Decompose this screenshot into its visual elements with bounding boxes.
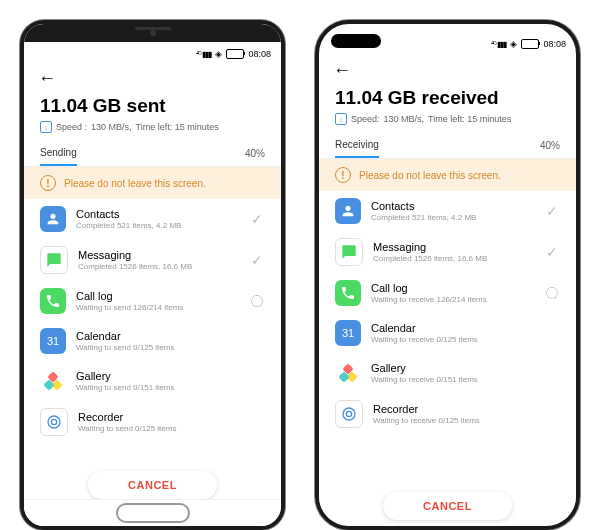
item-info: CalendarWaiting to receive 0/125 items (371, 322, 534, 344)
rec-icon (40, 408, 68, 436)
gallery-icon (40, 368, 66, 394)
header: 11.04 GB sent ↓ Speed : 130 MB/s, Time l… (24, 91, 281, 141)
item-name: Call log (371, 282, 534, 294)
call-icon (335, 280, 361, 306)
list-item[interactable]: RecorderWaiting to send 0/125 items (24, 401, 281, 443)
item-sub: Waiting to receive 0/125 items (371, 335, 534, 344)
speed-value: 130 MB/s, (91, 122, 132, 132)
item-sub: Waiting to send 0/151 items (76, 383, 239, 392)
item-name: Recorder (373, 403, 534, 415)
speed-row: ↓ Speed : 130 MB/s, Time left: 15 minute… (40, 121, 265, 133)
speed-value: 130 MB/s, (384, 114, 425, 124)
item-info: ContactsCompleted 521 items, 4.2 MB (371, 200, 534, 222)
speed-label: Speed: (351, 114, 380, 124)
svg-point-0 (48, 416, 60, 428)
cancel-button[interactable]: CANCEL (383, 492, 512, 520)
item-sub: Completed 521 items, 4.2 MB (76, 221, 239, 230)
item-sub: Waiting to receive 0/125 items (373, 416, 534, 425)
cancel-wrap: CANCEL (24, 471, 281, 499)
progress-percent: 40% (540, 140, 560, 151)
speed-label: Speed : (56, 122, 87, 132)
list-item[interactable]: 31CalendarWaiting to send 0/125 items (24, 321, 281, 361)
home-button-bar (24, 499, 281, 526)
item-sub: Waiting to receive 126/214 items (371, 295, 534, 304)
item-sub: Completed 1526 items, 16.6 MB (373, 254, 534, 263)
item-status (249, 295, 265, 307)
item-sub: Waiting to send 0/125 items (78, 424, 239, 433)
item-sub: Waiting to receive 0/151 items (371, 375, 534, 384)
item-info: RecorderWaiting to send 0/125 items (78, 411, 239, 433)
list-item[interactable]: Call logWaiting to receive 126/214 items (319, 273, 576, 313)
rec-icon (335, 400, 363, 428)
wifi-icon: ◈ (510, 39, 517, 49)
item-info: GalleryWaiting to send 0/151 items (76, 370, 239, 392)
item-name: Contacts (76, 208, 239, 220)
notch (24, 24, 281, 42)
check-icon: ✓ (251, 211, 263, 227)
item-name: Recorder (78, 411, 239, 423)
tab-row: Sending 40% (24, 141, 281, 167)
item-info: GalleryWaiting to receive 0/151 items (371, 362, 534, 384)
tab-row: Receiving 40% (319, 133, 576, 159)
item-name: Messaging (78, 249, 239, 261)
back-button[interactable]: ← (333, 60, 351, 81)
gallery-icon (335, 360, 361, 386)
list-item[interactable]: GalleryWaiting to receive 0/151 items (319, 353, 576, 393)
warning-icon: ! (40, 175, 56, 191)
wifi-icon: ◈ (215, 49, 222, 59)
svg-point-1 (51, 419, 56, 424)
item-sub: Completed 1526 items, 16.6 MB (78, 262, 239, 271)
item-list: ContactsCompleted 521 items, 4.2 MB✓Mess… (24, 199, 281, 499)
item-sub: Waiting to send 126/214 items (76, 303, 239, 312)
back-button[interactable]: ← (38, 68, 56, 89)
item-info: CalendarWaiting to send 0/125 items (76, 330, 239, 352)
item-info: ContactsCompleted 521 items, 4.2 MB (76, 208, 239, 230)
item-name: Calendar (76, 330, 239, 342)
cal-icon: 31 (40, 328, 66, 354)
list-item[interactable]: GalleryWaiting to send 0/151 items (24, 361, 281, 401)
warning-text: Please do not leave this screen. (359, 170, 501, 181)
camera-pill (331, 34, 381, 48)
msg-icon (40, 246, 68, 274)
item-status: ✓ (249, 211, 265, 227)
signal-icon: ⁴ᴳ ▮▮▮ (491, 40, 506, 49)
check-icon: ✓ (251, 252, 263, 268)
warning-banner: ! Please do not leave this screen. (24, 167, 281, 199)
item-name: Gallery (76, 370, 239, 382)
item-status: ✓ (544, 203, 560, 219)
time-left: Time left: 15 minutes (428, 114, 511, 124)
item-name: Call log (76, 290, 239, 302)
speed-icon: ↓ (40, 121, 52, 133)
call-icon (40, 288, 66, 314)
warning-icon: ! (335, 167, 351, 183)
list-item[interactable]: Call logWaiting to send 126/214 items (24, 281, 281, 321)
item-name: Calendar (371, 322, 534, 334)
item-status: ✓ (544, 244, 560, 260)
speed-icon: ↓ (335, 113, 347, 125)
tab-receiving[interactable]: Receiving (335, 133, 379, 158)
tab-sending[interactable]: Sending (40, 141, 77, 166)
header: 11.04 GB received ↓ Speed: 130 MB/s, Tim… (319, 83, 576, 133)
cancel-wrap: CANCEL (319, 492, 576, 520)
list-item[interactable]: MessagingCompleted 1526 items, 16.6 MB✓ (24, 239, 281, 281)
item-status: ✓ (249, 252, 265, 268)
list-item[interactable]: ContactsCompleted 521 items, 4.2 MB✓ (24, 199, 281, 239)
item-info: MessagingCompleted 1526 items, 16.6 MB (78, 249, 239, 271)
clock: 08:08 (543, 39, 566, 49)
cancel-button[interactable]: CANCEL (88, 471, 217, 499)
screen: ← 11.04 GB received ↓ Speed: 130 MB/s, T… (319, 54, 576, 526)
list-item[interactable]: MessagingCompleted 1526 items, 16.6 MB✓ (319, 231, 576, 273)
spinner-icon (546, 287, 558, 299)
home-button[interactable] (116, 503, 190, 523)
list-item[interactable]: ContactsCompleted 521 items, 4.2 MB✓ (319, 191, 576, 231)
list-item[interactable]: 31CalendarWaiting to receive 0/125 items (319, 313, 576, 353)
svg-point-2 (343, 408, 355, 420)
item-name: Messaging (373, 241, 534, 253)
status-bar: ⁴ᴳ ▮▮▮ ◈ 08:08 (24, 42, 281, 62)
item-name: Gallery (371, 362, 534, 374)
item-info: Call logWaiting to receive 126/214 items (371, 282, 534, 304)
item-info: Call logWaiting to send 126/214 items (76, 290, 239, 312)
contacts-icon (335, 198, 361, 224)
list-item[interactable]: RecorderWaiting to receive 0/125 items (319, 393, 576, 435)
item-sub: Completed 521 items, 4.2 MB (371, 213, 534, 222)
